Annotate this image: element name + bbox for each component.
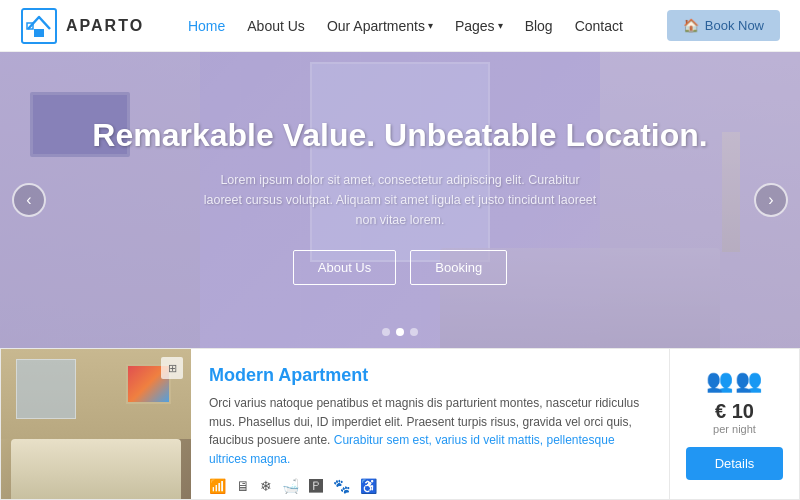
apartment-image-inner: ⊞ [1, 349, 191, 499]
room-window [16, 359, 76, 419]
hero-subtitle: Lorem ipsum dolor sit amet, consectetur … [200, 170, 600, 230]
nav-blog[interactable]: Blog [525, 18, 553, 34]
logo-icon [20, 7, 58, 45]
apartment-body: Modern Apartment Orci varius natoque pen… [191, 349, 669, 499]
room-sofa [11, 439, 181, 499]
svg-rect-2 [34, 29, 44, 37]
image-icon: ⊞ [161, 357, 183, 379]
logo-text: APARTO [66, 17, 144, 35]
book-now-button[interactable]: 🏠 Book Now [667, 10, 780, 41]
hero-section: ‹ › Remarkable Value. Unbeatable Locatio… [0, 52, 800, 348]
people-icon: 👥👥 [706, 368, 764, 394]
logo[interactable]: APARTO [20, 7, 144, 45]
amenities-list: 📶 🖥 ❄ 🛁 🅿 🐾 ♿ [209, 478, 651, 494]
hero-title: Remarkable Value. Unbeatable Location. [92, 115, 707, 157]
nav-pages[interactable]: Pages ▾ [455, 18, 503, 34]
bath-icon: 🛁 [282, 478, 299, 494]
nav-home[interactable]: Home [188, 18, 225, 34]
apartment-title: Modern Apartment [209, 365, 651, 386]
per-night-label: per night [713, 423, 756, 435]
chevron-down-icon: ▾ [498, 20, 503, 31]
hero-dots [382, 328, 418, 336]
apartment-image: ⊞ [1, 349, 191, 499]
wifi-icon: 📶 [209, 478, 226, 494]
apartment-card: ⊞ Modern Apartment Orci varius natoque p… [0, 348, 800, 500]
chevron-down-icon: ▾ [428, 20, 433, 31]
pet-icon: 🐾 [333, 478, 350, 494]
nav-contact[interactable]: Contact [575, 18, 623, 34]
hero-dot-1[interactable] [382, 328, 390, 336]
hero-buttons: About Us Booking [293, 250, 507, 285]
hero-dot-2[interactable] [396, 328, 404, 336]
apartment-description: Orci varius natoque penatibus et magnis … [209, 394, 651, 468]
nav-about[interactable]: About Us [247, 18, 305, 34]
hero-prev-button[interactable]: ‹ [12, 183, 46, 217]
hero-about-button[interactable]: About Us [293, 250, 396, 285]
hero-content: Remarkable Value. Unbeatable Location. L… [0, 52, 800, 348]
ac-icon: ❄ [260, 478, 272, 494]
accessible-icon: ♿ [360, 478, 377, 494]
parking-icon: 🅿 [309, 478, 323, 494]
home-icon: 🏠 [683, 18, 699, 33]
nav-apartments[interactable]: Our Apartments ▾ [327, 18, 433, 34]
hero-dot-3[interactable] [410, 328, 418, 336]
hero-next-button[interactable]: › [754, 183, 788, 217]
nav-links: Home About Us Our Apartments ▾ Pages ▾ B… [188, 18, 623, 34]
apartment-price: € 10 [715, 400, 754, 423]
hero-booking-button[interactable]: Booking [410, 250, 507, 285]
monitor-icon: 🖥 [236, 478, 250, 494]
svg-rect-0 [20, 7, 58, 45]
navbar: APARTO Home About Us Our Apartments ▾ Pa… [0, 0, 800, 52]
apartment-pricing: 👥👥 € 10 per night Details [669, 349, 799, 499]
details-button[interactable]: Details [686, 447, 783, 480]
